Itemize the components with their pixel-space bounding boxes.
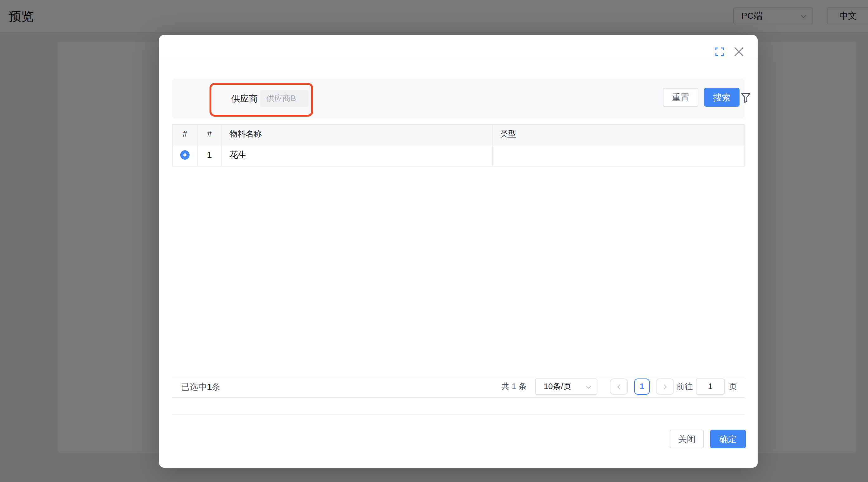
page-size-select[interactable]: 10条/页 — [535, 379, 597, 395]
row-index-cell: 1 — [197, 145, 221, 166]
header-type-col: 类型 — [492, 125, 744, 145]
supplier-select-dialog: 供应商 供应商B 重置 搜索 # # 物料名称 类型 1 花生 — [159, 35, 757, 468]
chevron-right-icon — [661, 384, 669, 390]
table-row[interactable]: 1 花生 — [172, 145, 745, 167]
fullscreen-icon[interactable] — [715, 48, 724, 56]
annotation-highlight — [210, 83, 313, 117]
dialog-table-header: # # 物料名称 类型 — [172, 124, 745, 145]
dialog-confirm-button[interactable]: 确定 — [710, 430, 746, 448]
total-count-text: 共 1 条 — [501, 379, 527, 395]
goto-page-suffix: 页 — [729, 379, 737, 395]
goto-page-label: 前往 — [677, 379, 693, 395]
radio-selected-icon[interactable] — [180, 150, 190, 160]
current-page-button[interactable]: 1 — [634, 379, 650, 395]
row-type-cell — [492, 145, 744, 166]
table-bottom-border — [172, 376, 745, 377]
dialog-table: # # 物料名称 类型 1 花生 — [172, 124, 745, 167]
chevron-down-icon — [586, 384, 592, 390]
reset-button[interactable]: 重置 — [663, 88, 699, 107]
goto-page-input[interactable]: 1 — [696, 379, 724, 395]
dialog-footer-divider — [172, 414, 745, 415]
page: 预览 PC端 中文 订单编号 请输入 *供应商 供应商 *时间 2024 *录入… — [0, 0, 868, 482]
header-index-col: # — [197, 125, 221, 145]
header-radio-col: # — [173, 125, 197, 145]
dialog-close-button[interactable]: 关闭 — [670, 430, 704, 448]
row-radio-cell[interactable] — [173, 145, 197, 166]
chevron-left-icon — [616, 384, 622, 390]
page-size-value: 10条/页 — [544, 379, 571, 394]
header-material-name-col: 物料名称 — [221, 125, 492, 145]
prev-page-button[interactable] — [610, 379, 628, 395]
pagination-bottom-border — [172, 397, 745, 398]
row-material-name-cell: 花生 — [221, 145, 492, 166]
search-button[interactable]: 搜索 — [704, 88, 740, 107]
close-icon[interactable] — [734, 47, 744, 57]
filter-icon[interactable] — [741, 92, 751, 103]
next-page-button[interactable] — [656, 379, 674, 395]
selected-count-text: 已选中1条 — [181, 379, 221, 395]
dialog-header-divider — [159, 59, 757, 59]
